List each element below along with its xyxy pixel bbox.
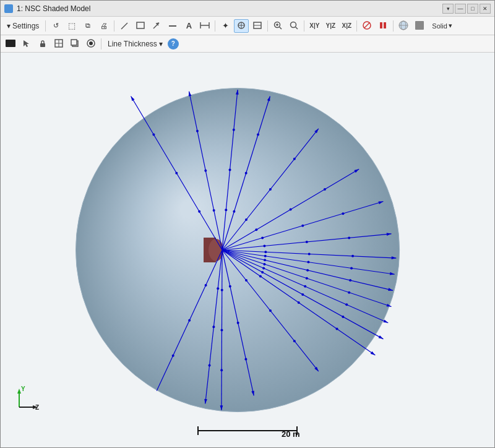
svg-line-19	[364, 22, 370, 28]
draw-line-button[interactable]	[117, 19, 132, 33]
color-swatch-button[interactable]	[3, 37, 18, 51]
svg-rect-20	[380, 22, 382, 28]
star-button[interactable]: ✦	[218, 19, 233, 33]
scale-bar-svg: 20 mm	[195, 423, 300, 438]
svg-text:Z: Z	[35, 404, 39, 411]
copy2-button[interactable]	[67, 37, 82, 51]
sep-3	[215, 20, 215, 32]
svg-rect-28	[40, 43, 45, 47]
nodraw-button[interactable]	[359, 19, 374, 33]
sep-2	[114, 20, 114, 32]
save-image-button[interactable]: ⬚	[64, 19, 79, 33]
settings-button[interactable]: ▾ Settings	[3, 19, 43, 33]
title-bar: 1: NSC Shaded Model ▾ — □ ✕	[1, 1, 494, 17]
line-thickness-chevron-icon: ▾	[159, 40, 163, 48]
sep-8	[101, 38, 101, 50]
svg-line-13	[280, 27, 282, 29]
xiz-button[interactable]: X|Z	[339, 19, 354, 33]
bracket-button[interactable]	[197, 19, 212, 33]
window-controls: ▾ — □ ✕	[442, 4, 491, 14]
svg-marker-27	[24, 40, 29, 47]
zoom-in-button[interactable]	[270, 19, 285, 33]
crosshair-button[interactable]	[51, 37, 66, 51]
draw-line-icon	[120, 22, 129, 30]
xiz-label: X|Z	[342, 22, 352, 29]
minimize-btn[interactable]: —	[455, 4, 466, 14]
object-button[interactable]	[234, 19, 249, 33]
copy-icon: ⧉	[85, 22, 90, 30]
svg-rect-26	[6, 40, 15, 47]
solid-button[interactable]: Solid ▾	[428, 19, 455, 33]
zoom-fit-icon	[290, 21, 298, 31]
scale-bar: 20 mm	[195, 423, 300, 438]
scene-canvas	[1, 53, 494, 447]
help-button[interactable]: ?	[168, 38, 179, 50]
zoom-in-icon	[273, 21, 282, 31]
toolbar-row-1: ▾ Settings ↺ ⬚ ⧉ 🖨	[1, 17, 494, 35]
bracket-icon	[200, 22, 210, 30]
nodraw-icon	[363, 21, 371, 31]
svg-text:20 mm: 20 mm	[282, 429, 300, 438]
copy2-icon	[71, 39, 79, 49]
app-icon	[4, 4, 13, 13]
window-title: 1: NSC Shaded Model	[17, 4, 90, 13]
lock-icon	[38, 39, 47, 49]
xiy-label: X|Y	[309, 22, 319, 29]
line-thickness-button[interactable]: Line Thickness ▾	[104, 37, 166, 51]
sep-6	[356, 20, 357, 32]
svg-point-35	[89, 41, 93, 45]
record-button[interactable]	[84, 37, 98, 51]
maximize-btn[interactable]: □	[467, 4, 478, 14]
main-window: 1: NSC Shaded Model ▾ — □ ✕ ▾ Settings ↺…	[0, 0, 495, 448]
xiy-button[interactable]: X|Y	[307, 19, 322, 33]
view-globe-button[interactable]	[396, 19, 411, 33]
sep-5	[304, 20, 304, 32]
line-thickness-label: Line Thickness	[108, 40, 157, 48]
refresh-icon: ↺	[53, 22, 59, 30]
object-icon	[236, 21, 246, 31]
text-icon: A	[186, 21, 192, 30]
svg-point-16	[291, 22, 296, 27]
arrow-icon	[152, 21, 161, 31]
hline-button[interactable]	[165, 19, 180, 33]
sep-7	[393, 20, 394, 32]
settings-label: Settings	[12, 22, 39, 30]
svg-rect-21	[384, 22, 386, 28]
axis-indicator: Y Z	[13, 382, 44, 413]
svg-rect-1	[137, 22, 144, 28]
svg-text:Y: Y	[21, 386, 25, 392]
view-box-button[interactable]	[412, 19, 427, 33]
yiz-button[interactable]: Y|Z	[323, 19, 338, 33]
cursor-button[interactable]	[19, 37, 34, 51]
toolbar-row-2: Line Thickness ▾ ?	[1, 35, 494, 53]
copy-button[interactable]: ⧉	[80, 19, 95, 33]
solid-label: Solid	[432, 22, 447, 30]
detector-icon	[252, 21, 262, 31]
record-icon	[87, 39, 95, 49]
pause-button[interactable]	[376, 19, 390, 33]
hline-icon	[168, 22, 177, 30]
settings-chevron-icon: ▾	[7, 22, 11, 30]
svg-rect-25	[415, 21, 424, 30]
refresh-button[interactable]: ↺	[48, 19, 63, 33]
arrow-button[interactable]	[149, 19, 164, 33]
svg-line-0	[121, 23, 127, 29]
svg-line-17	[296, 27, 298, 29]
zoom-fit-button[interactable]	[286, 19, 301, 33]
pause-icon	[379, 21, 387, 31]
print-button[interactable]: 🖨	[97, 19, 111, 33]
text-button[interactable]: A	[181, 19, 196, 33]
lock-button[interactable]	[35, 37, 50, 51]
sep-1	[45, 20, 46, 32]
sep-4	[267, 20, 268, 32]
detector-button[interactable]	[250, 19, 265, 33]
draw-rect-icon	[136, 22, 145, 30]
close-btn[interactable]: ✕	[480, 4, 491, 14]
crosshair-icon	[54, 39, 63, 49]
viewport[interactable]: Y Z 20 mm	[1, 53, 494, 447]
dropdown-btn[interactable]: ▾	[442, 4, 454, 14]
title-bar-left: 1: NSC Shaded Model	[4, 4, 90, 13]
help-icon: ?	[171, 40, 175, 47]
draw-rect-button[interactable]	[133, 19, 148, 33]
svg-rect-33	[71, 40, 77, 45]
